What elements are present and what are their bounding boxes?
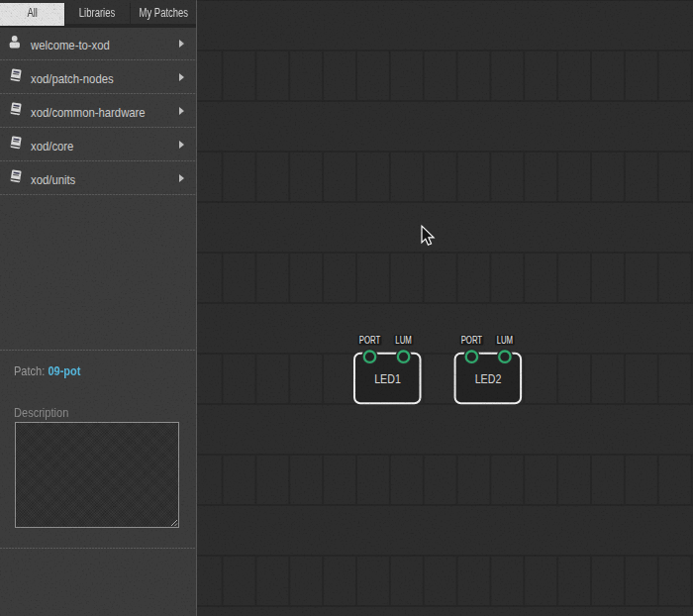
svg-text:LUM: LUM [497,335,513,346]
svg-text:PORT: PORT [359,335,381,346]
svg-text:LED2: LED2 [475,371,502,386]
svg-text:LED1: LED1 [374,371,401,386]
svg-text:LUM: LUM [395,335,411,346]
svg-text:PORT: PORT [461,335,483,346]
